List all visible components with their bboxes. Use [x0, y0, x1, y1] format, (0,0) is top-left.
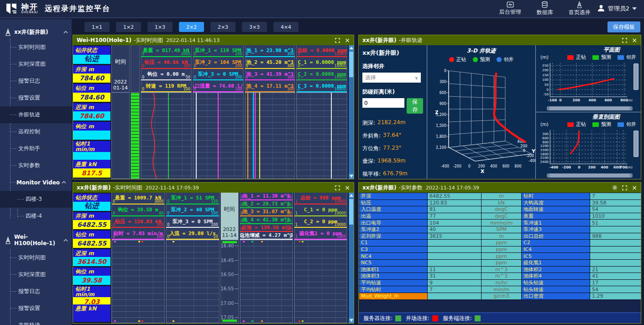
time-date: 11-14	[222, 232, 237, 238]
param-name-cell: C3	[359, 246, 428, 253]
anticollision-distance-input[interactable]	[362, 98, 404, 108]
expand-icon[interactable]	[335, 185, 340, 190]
sidebar-section-header[interactable]: Wei-H100(Hole-1)	[0, 231, 72, 249]
sidebar-item-label: 远程控制	[18, 128, 40, 136]
data-dot	[173, 241, 174, 242]
layout-button-1x1[interactable]: 1×1	[84, 22, 110, 32]
param-value: 3614.50	[73, 257, 110, 266]
sidebar-item[interactable]: 井眼轨迹	[0, 317, 72, 325]
layout-button-2x2[interactable]: 2×2	[179, 22, 204, 32]
sidebar-item[interactable]: 文件助手	[0, 140, 72, 157]
scroll-thumb[interactable]	[349, 199, 353, 225]
panel-scrollbar[interactable]	[348, 193, 354, 323]
sidebar-item[interactable]: 报警日志	[0, 73, 72, 89]
param-label: 钩位 m	[73, 122, 110, 131]
panel-realtime-params: xx井(新井眼)-实时参数 2022-11-14 17:05:39 × 井深64…	[358, 182, 641, 324]
param-value	[73, 313, 110, 322]
legend-label: 正钻	[456, 56, 466, 63]
svg-text:800: 800	[514, 164, 521, 168]
param-value-cell: 40	[428, 226, 482, 233]
sidebar-item[interactable]: 实时深度图	[0, 266, 72, 283]
curve-min: 1	[295, 199, 298, 204]
top-menu-well-select[interactable]: 首页选井	[569, 1, 591, 16]
layout-button-4x4[interactable]: 4×4	[273, 22, 298, 32]
layout-buttons: 1×11×21×32×22×33×34×4	[84, 22, 298, 32]
expand-icon[interactable]	[335, 38, 340, 43]
time-column-header: 时间202201-14	[112, 45, 129, 93]
sidebar-item[interactable]: 报警日志	[0, 283, 72, 300]
sidebar-item[interactable]: Monitor Video	[0, 174, 72, 191]
user-menu[interactable]: 管理员2	[597, 4, 644, 14]
chart-track: 1总烃 = 988 ppm100001C_1 = 0 ppm100001C_2 …	[294, 193, 347, 323]
sidebar-item[interactable]: 远程控制	[0, 123, 72, 140]
sidebar-item[interactable]: 井眼轨迹	[0, 106, 72, 123]
param-block: 钻井状态钻进	[73, 46, 110, 64]
sidebar-item[interactable]: 报警设置	[0, 300, 72, 317]
svg-text:2100: 2100	[540, 156, 549, 160]
curve-legend: 0钻压 = 40.66 kN300	[141, 57, 191, 69]
sidebar-item-label: 报警日志	[18, 77, 40, 85]
curve-text: 泵冲_2 = 104 SPM	[195, 59, 241, 66]
panel-scrollbar[interactable]	[348, 45, 354, 179]
top-menu-database[interactable]: 数据库	[537, 1, 553, 16]
sidebar-item[interactable]: 实时时间图	[0, 39, 72, 56]
curve-min: 0	[298, 64, 300, 68]
param-block: 钻位 m6482.55	[73, 231, 110, 248]
expand-icon[interactable]	[622, 38, 627, 43]
plan-horizontal-scrollbar[interactable]	[547, 106, 633, 110]
stat-label: 方位角:	[362, 145, 381, 152]
sidebar-section-header[interactable]: xx井(新井眼)	[0, 26, 72, 39]
sidebar-subitem[interactable]: 四楼-3	[0, 191, 72, 208]
layout-button-2x3[interactable]: 2×3	[210, 22, 236, 32]
curve-legend: 0钻压 = 120.83 kN300	[112, 216, 164, 228]
sidebar-item[interactable]: 报警设置	[0, 89, 72, 106]
param-value-cell: 120.83	[428, 200, 482, 207]
close-icon[interactable]: ×	[632, 37, 637, 43]
scroll-down-arrow[interactable]	[349, 173, 354, 179]
sidebar-item[interactable]: 实时参数	[0, 157, 72, 174]
curve-text: 泵冲_3 = 0 SPM	[198, 71, 238, 78]
top-menu-backend[interactable]: 后台管理	[499, 1, 521, 16]
svg-text:200: 200	[588, 165, 596, 169]
svg-text:1,500: 1,500	[436, 124, 446, 128]
sidebar-item[interactable]: 实时时间图	[0, 249, 72, 266]
sidebar-subitem[interactable]: 四楼-4	[0, 208, 72, 225]
curve-legend: 0转速 = 119 RPM100	[141, 80, 191, 92]
plan-vertical-slider[interactable]	[634, 62, 639, 104]
svg-text:0: 0	[444, 69, 446, 73]
close-icon[interactable]: ×	[345, 37, 350, 43]
layout-button-1x2[interactable]: 1×2	[116, 22, 141, 32]
sidebar-item-label: 实时参数	[18, 162, 40, 169]
scroll-up-arrow[interactable]	[349, 193, 354, 198]
legend-swatch	[473, 57, 478, 62]
curve-max: 50	[213, 235, 218, 239]
svg-text:-100: -100	[548, 98, 557, 102]
svg-text:0: 0	[546, 88, 549, 92]
param-unit-cell: SPM	[482, 226, 522, 233]
settings-gear-icon[interactable]	[612, 185, 618, 190]
close-icon[interactable]: ×	[345, 184, 350, 191]
neighbor-well-select[interactable]: 选择 ∨	[362, 73, 421, 83]
save-template-button[interactable]: 保存模板	[607, 21, 640, 32]
sidebar-item[interactable]: 实时深度图	[0, 56, 72, 73]
scroll-thumb[interactable]	[349, 52, 353, 77]
time-tick-label: 16:45	[221, 258, 234, 263]
vert-vertical-slider[interactable]	[634, 129, 639, 171]
scroll-down-arrow[interactable]	[349, 318, 354, 323]
layout-button-3x3[interactable]: 3×3	[242, 22, 267, 32]
curve-min: 0	[167, 211, 169, 215]
curve-max: 300	[287, 87, 294, 91]
curve-min: 0	[194, 64, 196, 68]
layout-button-1x3[interactable]: 1×3	[147, 22, 173, 32]
svg-text:300: 300	[439, 80, 446, 84]
curve-min: 1	[295, 235, 298, 239]
data-dot	[302, 241, 304, 242]
scroll-up-arrow[interactable]	[349, 45, 354, 51]
vert-horizontal-scrollbar[interactable]	[547, 173, 633, 178]
curve-max: 300	[287, 64, 294, 68]
svg-text:-200: -200	[526, 154, 534, 158]
close-icon[interactable]: ×	[632, 184, 637, 191]
expand-icon[interactable]	[622, 185, 627, 190]
chart-track: 0泵冲_1 = 119 SPM2000泵冲_2 = 104 SPM2000泵冲_…	[193, 45, 244, 179]
save-button[interactable]: 保存	[407, 98, 423, 114]
